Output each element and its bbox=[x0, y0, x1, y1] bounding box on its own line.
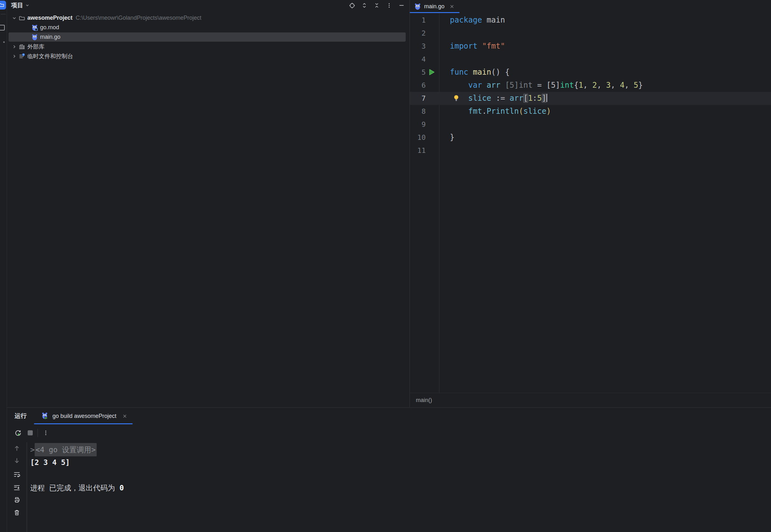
go-run-configuration-icon bbox=[41, 412, 49, 420]
expand-all-icon[interactable] bbox=[361, 2, 368, 9]
code-line-3[interactable]: 3import "fmt" bbox=[410, 40, 771, 53]
run-configuration-tab[interactable]: go build awesomeProject bbox=[41, 408, 127, 424]
tree-item-label: 外部库 bbox=[27, 43, 44, 51]
code-line-8[interactable]: 8 fmt.Println(slice) bbox=[410, 105, 771, 118]
project-tool-window: 项目 bbox=[7, 0, 410, 407]
scratches-icon bbox=[19, 53, 25, 59]
go-mod-file-icon bbox=[31, 24, 38, 31]
run-toolbar bbox=[7, 424, 771, 441]
close-tab-icon[interactable] bbox=[450, 4, 454, 9]
line-number: 1 bbox=[410, 14, 426, 27]
goland-window: 项目 bbox=[0, 0, 771, 532]
stripe-separator bbox=[1, 14, 6, 14]
code-line-11[interactable]: 11 bbox=[410, 144, 771, 157]
exit-code: 0 bbox=[119, 484, 124, 492]
project-tree-item-go-mod[interactable]: go.mod bbox=[9, 23, 406, 32]
collapse-all-icon[interactable] bbox=[373, 2, 380, 9]
project-tree-item-external-libraries[interactable]: 外部库 bbox=[9, 42, 406, 51]
code-text: import "fmt" bbox=[450, 40, 505, 53]
chevron-down-icon[interactable] bbox=[11, 15, 17, 21]
breadcrumbs-bar: main() bbox=[410, 393, 771, 407]
tree-item-label: 临时文件和控制台 bbox=[27, 52, 73, 60]
run-tab-bar: 运行 go build awesomeProject bbox=[7, 408, 771, 424]
project-tree: awesomeProjectC:\Users\meowr\GolandProje… bbox=[7, 13, 410, 61]
scroll-to-end-icon[interactable] bbox=[13, 484, 21, 491]
select-opened-file-icon[interactable] bbox=[348, 2, 355, 9]
line-number: 11 bbox=[410, 144, 426, 157]
project-tree-item-main-go[interactable]: main.go bbox=[9, 32, 406, 42]
project-panel-title-label: 项目 bbox=[11, 1, 23, 10]
code-line-10[interactable]: 10} bbox=[410, 131, 771, 144]
stop-button[interactable] bbox=[27, 429, 34, 436]
commit-tool-window-button[interactable] bbox=[0, 25, 5, 31]
text-caret bbox=[547, 94, 547, 102]
print-icon[interactable] bbox=[13, 496, 21, 504]
hide-tool-window-icon[interactable] bbox=[398, 2, 405, 9]
line-number: 7 bbox=[410, 92, 426, 105]
run-main-icon[interactable] bbox=[428, 69, 435, 76]
run-console: ><4 go 设置调用>[2 3 4 5]进程 已完成，退出代码为 0 bbox=[7, 442, 771, 532]
chevron-right-icon[interactable] bbox=[11, 53, 17, 59]
code-text: slice := arr[1:5] bbox=[450, 92, 547, 105]
project-panel-header: 项目 bbox=[7, 0, 410, 10]
line-number: 10 bbox=[410, 131, 426, 144]
console-line-2: [2 3 4 5] bbox=[30, 456, 771, 469]
code-line-7[interactable]: 7 slice := arr[1:5] bbox=[410, 92, 771, 105]
code-text: package main bbox=[450, 14, 505, 27]
line-number: 2 bbox=[410, 27, 426, 40]
more-options-icon[interactable] bbox=[385, 2, 393, 9]
console-line-3 bbox=[30, 469, 771, 481]
line-number: 5 bbox=[410, 66, 426, 79]
close-run-tab-icon[interactable] bbox=[122, 414, 127, 419]
console-line-1: ><4 go 设置调用> bbox=[30, 443, 771, 456]
soft-wrap-icon[interactable] bbox=[13, 471, 21, 478]
project-panel-title[interactable]: 项目 bbox=[11, 1, 30, 10]
go-file-icon bbox=[414, 3, 421, 10]
code-line-5[interactable]: 5func main() { bbox=[410, 66, 771, 79]
chevron-down-icon bbox=[25, 3, 30, 8]
project-tree-item-awesomeProject[interactable]: awesomeProjectC:\Users\meowr\GolandProje… bbox=[9, 13, 406, 23]
folder-icon bbox=[19, 15, 25, 21]
console-output[interactable]: ><4 go 设置调用>[2 3 4 5]进程 已完成，退出代码为 0 bbox=[27, 443, 771, 494]
code-text: var arr [5]int = [5]int{1, 2, 3, 4, 5} bbox=[450, 79, 643, 92]
more-actions-icon[interactable] bbox=[42, 429, 49, 436]
run-tab-label: go build awesomeProject bbox=[52, 413, 116, 419]
code-line-6[interactable]: 6 var arr [5]int = [5]int{1, 2, 3, 4, 5} bbox=[410, 79, 771, 92]
code-line-2[interactable]: 2 bbox=[410, 27, 771, 40]
project-path-hint: C:\Users\meowr\GolandProjects\awesomePro… bbox=[76, 15, 201, 21]
code-text: fmt.Println(slice) bbox=[450, 105, 551, 118]
folded-command-text[interactable]: <4 go 设置调用> bbox=[35, 443, 97, 456]
chevron-right-icon[interactable] bbox=[11, 44, 17, 50]
clear-console-icon[interactable] bbox=[13, 509, 21, 516]
stripe-dot-icon bbox=[3, 41, 5, 43]
line-number: 8 bbox=[410, 105, 426, 118]
line-number: 6 bbox=[410, 79, 426, 92]
code-editor[interactable]: 1package main23import "fmt"45func main()… bbox=[410, 13, 771, 393]
line-number: 9 bbox=[410, 118, 426, 131]
code-text: func main() { bbox=[450, 66, 510, 79]
external-libraries-icon bbox=[19, 44, 25, 50]
project-tree-item-scratches[interactable]: 临时文件和控制台 bbox=[9, 51, 406, 61]
rerun-button[interactable] bbox=[15, 429, 22, 436]
console-prompt: > bbox=[30, 443, 35, 456]
editor-tab-bar: main.go bbox=[410, 0, 771, 13]
breadcrumb[interactable]: main() bbox=[416, 397, 432, 404]
code-line-1[interactable]: 1package main bbox=[410, 14, 771, 27]
code-line-9[interactable]: 9 bbox=[410, 118, 771, 131]
prev-occurrence-icon[interactable] bbox=[13, 445, 21, 452]
run-panel-title: 运行 bbox=[15, 412, 27, 420]
editor-tab-main-go[interactable]: main.go bbox=[410, 0, 460, 13]
next-occurrence-icon[interactable] bbox=[13, 457, 21, 464]
tree-item-label: go.mod bbox=[40, 24, 59, 31]
program-output: [2 3 4 5] bbox=[30, 456, 70, 469]
active-run-tab-indicator bbox=[34, 423, 133, 424]
console-line-4: 进程 已完成，退出代码为 0 bbox=[30, 481, 771, 494]
tree-item-label: main.go bbox=[40, 34, 60, 40]
tool-window-stripe bbox=[0, 0, 7, 532]
code-line-4[interactable]: 4 bbox=[410, 53, 771, 66]
line-number: 3 bbox=[410, 40, 426, 53]
go-file-icon bbox=[31, 34, 38, 40]
console-toolbar bbox=[7, 442, 27, 532]
run-tool-window: 运行 go build awesomeProject bbox=[7, 407, 771, 532]
project-tool-window-button[interactable] bbox=[0, 1, 6, 10]
